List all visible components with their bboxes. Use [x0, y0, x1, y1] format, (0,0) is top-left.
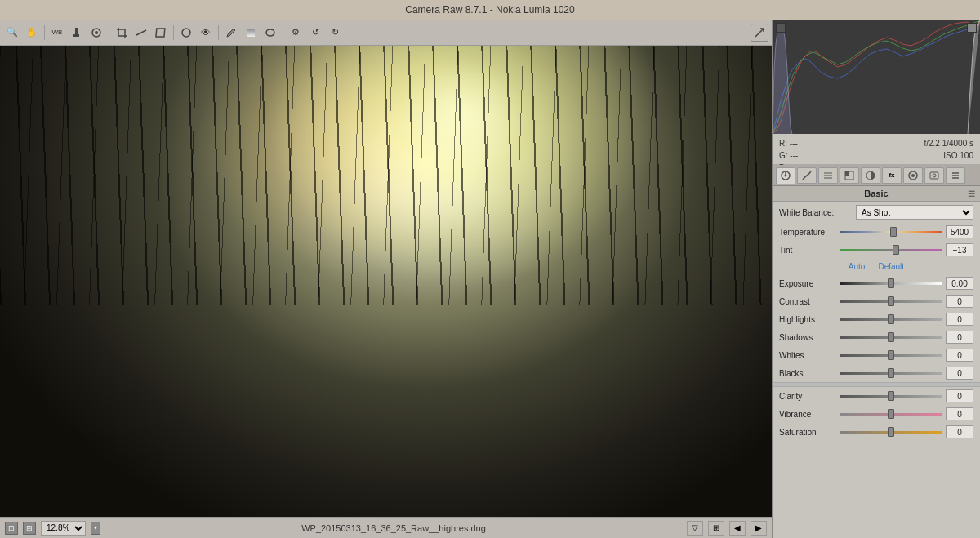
highlight-clipping-button[interactable]	[967, 23, 977, 33]
tint-label: Tint	[779, 246, 836, 255]
fill-button[interactable]: ⊞	[23, 522, 36, 535]
left-panel: 🔍 ✋ WB 👁	[0, 20, 772, 538]
tab-camera-calibration[interactable]	[924, 167, 944, 184]
brush-icon	[225, 27, 237, 38]
target-icon	[91, 27, 102, 38]
tint-track	[840, 249, 942, 251]
svg-point-22	[933, 174, 936, 177]
zoom-select[interactable]: 12.8% 6.3% 25% 50% 100%	[41, 521, 86, 536]
rotate-ccw-button[interactable]: ↺	[306, 24, 324, 42]
tab-effects[interactable]	[903, 167, 923, 184]
vibrance-label: Vibrance	[779, 410, 836, 419]
svg-rect-5	[156, 29, 165, 37]
vibrance-value[interactable]	[946, 407, 973, 420]
panel-list-icon[interactable]: ☰	[968, 189, 975, 198]
g-value-row: G: ---	[779, 149, 798, 162]
exposure-thumb[interactable]	[888, 278, 894, 288]
iso-row: ISO 100	[924, 149, 973, 162]
white-balance-tool[interactable]: WB	[48, 24, 66, 42]
prev-image-button[interactable]: ◀	[729, 521, 746, 536]
targeted-adjustment-tool[interactable]	[87, 24, 105, 42]
hand-tool[interactable]: ✋	[23, 24, 41, 42]
zoom-tool[interactable]: 🔍	[3, 24, 21, 42]
whites-value[interactable]	[946, 349, 973, 362]
tab-tone-curve[interactable]	[797, 167, 817, 184]
color-sample-tool[interactable]	[68, 24, 86, 42]
shadows-slider-container	[840, 331, 942, 343]
temperature-value[interactable]	[946, 225, 973, 238]
tab-hsl[interactable]	[840, 167, 859, 184]
vibrance-track	[840, 413, 942, 416]
exposure-row: Exposure	[773, 274, 980, 292]
tint-value[interactable]	[946, 243, 973, 256]
saturation-value[interactable]	[946, 425, 973, 438]
zoom-dropdown-button[interactable]: ▾	[91, 522, 100, 535]
default-link[interactable]: Default	[878, 262, 904, 271]
tint-slider-container	[840, 244, 942, 256]
tab-split-toning[interactable]	[861, 167, 880, 184]
split-toning-icon	[865, 170, 876, 181]
shadow-clipping-button[interactable]	[776, 23, 786, 33]
radial-filter-tool[interactable]	[261, 24, 279, 42]
contrast-thumb[interactable]	[888, 296, 894, 306]
white-balance-select[interactable]: As Shot Auto Daylight Cloudy Shade Tungs…	[856, 205, 973, 220]
tint-thumb[interactable]	[893, 245, 899, 255]
adjustment-brush-tool[interactable]	[222, 24, 240, 42]
next-image-button[interactable]: ▶	[751, 521, 767, 536]
rotate-cw-button[interactable]: ↻	[326, 24, 344, 42]
contrast-value[interactable]	[946, 295, 973, 308]
temperature-thumb[interactable]	[890, 227, 897, 237]
photo-canvas	[0, 46, 772, 517]
exposure-value[interactable]	[946, 277, 973, 290]
filter-icon-button[interactable]: ▽	[687, 521, 703, 536]
red-eye-tool[interactable]: 👁	[197, 24, 215, 42]
highlights-track	[840, 318, 942, 321]
whites-label: Whites	[779, 351, 836, 360]
preferences-button[interactable]: ⚙	[287, 24, 305, 42]
transform-icon	[155, 27, 167, 38]
presets-icon	[950, 170, 961, 181]
tab-basic[interactable]	[776, 167, 795, 184]
r-value: ---	[790, 139, 798, 148]
highlights-thumb[interactable]	[888, 314, 894, 324]
basic-title-label: Basic	[864, 189, 888, 198]
shadows-thumb[interactable]	[888, 332, 894, 342]
svg-point-3	[95, 31, 98, 34]
clarity-value[interactable]	[946, 389, 973, 402]
tab-lens-corrections[interactable]: fx	[882, 167, 902, 184]
tone-curve-icon	[801, 170, 813, 181]
detail-icon	[822, 170, 834, 181]
vibrance-slider-container	[840, 408, 942, 420]
exposure-slider-container	[840, 278, 942, 289]
spot-removal-tool[interactable]	[177, 24, 195, 42]
graduated-filter-tool[interactable]	[242, 24, 260, 42]
shadows-value[interactable]	[946, 331, 973, 344]
highlights-label: Highlights	[779, 315, 836, 324]
adjustments-panel: Basic ☰ White Balance: As Shot Auto Dayl…	[773, 186, 980, 538]
panel-tabs: fx	[773, 165, 980, 186]
highlights-value[interactable]	[946, 313, 973, 326]
blacks-thumb[interactable]	[888, 368, 894, 378]
svg-point-20	[911, 174, 915, 177]
g-label: G:	[779, 151, 788, 160]
crop-tool[interactable]	[113, 24, 131, 42]
contrast-track	[840, 300, 942, 303]
clarity-thumb[interactable]	[888, 391, 894, 401]
auto-link[interactable]: Auto	[849, 262, 866, 271]
tab-presets[interactable]	[946, 167, 965, 184]
straighten-tool[interactable]	[132, 24, 150, 42]
whites-row: Whites	[773, 346, 980, 364]
svg-rect-21	[930, 172, 938, 179]
transform-tool[interactable]	[152, 24, 170, 42]
crop-icon	[116, 27, 127, 38]
fit-button[interactable]: ⊡	[5, 522, 18, 535]
status-bar: ⊡ ⊞ 12.8% 6.3% 25% 50% 100% ▾ WP_2015031…	[0, 517, 772, 538]
open-full-button[interactable]	[751, 24, 768, 42]
tab-detail[interactable]	[818, 167, 838, 184]
vibrance-thumb[interactable]	[888, 409, 894, 419]
blacks-value[interactable]	[946, 367, 973, 380]
whites-thumb[interactable]	[888, 350, 894, 360]
grid-view-button[interactable]: ⊞	[708, 521, 724, 536]
tool-separator-1	[44, 25, 45, 40]
saturation-thumb[interactable]	[888, 427, 894, 437]
